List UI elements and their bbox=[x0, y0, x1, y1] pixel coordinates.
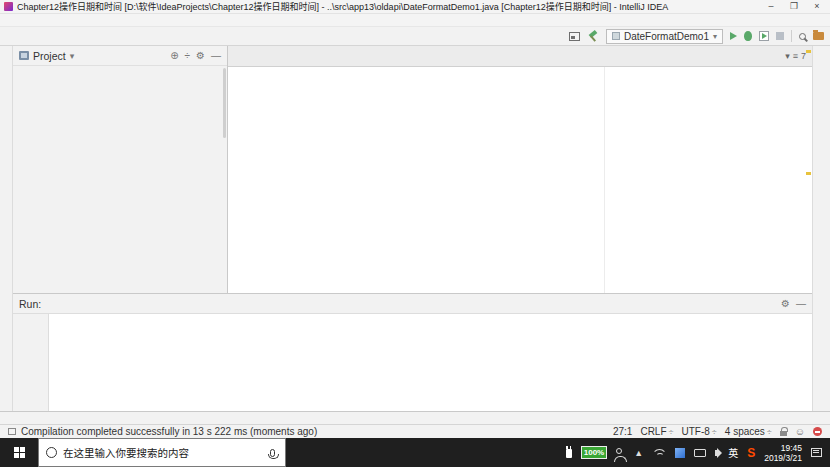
right-tool-stripe bbox=[812, 46, 830, 411]
toolwindow-toggle-icon[interactable] bbox=[569, 32, 580, 41]
divider bbox=[791, 30, 792, 42]
warning-stripe-mark[interactable] bbox=[806, 50, 811, 53]
wifi-icon[interactable] bbox=[652, 448, 666, 457]
chevron-down-icon: ▾ bbox=[785, 51, 790, 61]
hide-panel-icon[interactable]: — bbox=[796, 298, 806, 309]
warning-stripe-mark[interactable] bbox=[806, 172, 811, 175]
caret-position[interactable]: 27:1 bbox=[613, 426, 632, 437]
hamburger-icon: ≡ bbox=[793, 51, 798, 61]
updown-icon: ÷ bbox=[767, 427, 772, 437]
run-panel-header: Run: ⚙ — bbox=[13, 294, 812, 314]
line-ending-select[interactable]: CRLF÷ bbox=[640, 426, 673, 437]
toolwindow-toggle-icon[interactable] bbox=[8, 428, 16, 435]
project-panel-title[interactable]: Project bbox=[33, 50, 66, 62]
indent-select[interactable]: 4 spaces÷ bbox=[725, 426, 772, 437]
stop-button-icon[interactable] bbox=[776, 32, 784, 40]
search-everywhere-icon[interactable] bbox=[799, 33, 806, 40]
editor-tab-bar: ▾ ≡ 7 bbox=[228, 46, 812, 67]
settings-gear-icon[interactable]: ⚙ bbox=[781, 298, 790, 309]
updown-icon: ÷ bbox=[669, 427, 674, 437]
system-tray: 100% ▲ 英 S 19:45 2019/3/21 bbox=[558, 438, 830, 467]
lock-icon[interactable] bbox=[780, 431, 787, 436]
encoding-select[interactable]: UTF-8÷ bbox=[682, 426, 717, 437]
speaker-icon[interactable] bbox=[715, 450, 719, 456]
run-console[interactable] bbox=[49, 314, 812, 411]
chevron-up-icon[interactable]: ▲ bbox=[634, 448, 643, 458]
hidden-tabs-dropdown[interactable]: ▾ ≡ 7 bbox=[779, 46, 812, 66]
security-cube-icon[interactable] bbox=[675, 448, 685, 458]
updown-icon: ÷ bbox=[712, 427, 717, 437]
taskbar-clock[interactable]: 19:45 2019/3/21 bbox=[764, 443, 802, 463]
close-button[interactable]: × bbox=[806, 0, 828, 13]
locate-file-icon[interactable]: ⊕ bbox=[170, 50, 178, 61]
project-tree bbox=[13, 66, 227, 293]
clock-date: 2019/3/21 bbox=[764, 453, 802, 463]
windows-taskbar: 在这里输入你要搜索的内容 100% ▲ 英 S 19:45 2019/3/21 bbox=[0, 438, 830, 467]
project-panel: Project ▾ ⊕ ÷ ⚙ — bbox=[13, 46, 228, 293]
microphone-icon[interactable] bbox=[270, 449, 275, 457]
toolbar-actions: DateFormatDemo1 ▾ bbox=[569, 29, 824, 44]
run-tool-window: Run: ⚙ — bbox=[13, 293, 812, 411]
project-scrollbar[interactable] bbox=[223, 68, 226, 138]
run-toolbar bbox=[13, 314, 49, 411]
idea-app-icon bbox=[4, 2, 13, 11]
hector-inspector-icon[interactable]: ☺ bbox=[795, 426, 805, 437]
maximize-button[interactable]: ❐ bbox=[783, 0, 805, 13]
run-config-label: DateFormatDemo1 bbox=[624, 31, 709, 42]
cortana-search-box[interactable]: 在这里输入你要搜索的内容 bbox=[38, 438, 286, 467]
run-config-icon bbox=[612, 32, 620, 40]
left-tool-stripe bbox=[0, 46, 13, 411]
run-panel-label: Run: bbox=[19, 298, 41, 310]
windows-logo-icon bbox=[14, 447, 25, 458]
tool-window-bar bbox=[0, 412, 830, 425]
search-placeholder: 在这里输入你要搜索的内容 bbox=[63, 445, 264, 460]
title-bar: Chapter12操作日期和时间 [D:\软件\IdeaProjects\Cha… bbox=[0, 0, 830, 14]
status-message: Compilation completed successfully in 13… bbox=[21, 426, 317, 437]
status-bar: Compilation completed successfully in 13… bbox=[0, 425, 830, 438]
run-configuration-select[interactable]: DateFormatDemo1 ▾ bbox=[606, 29, 723, 44]
start-button[interactable] bbox=[0, 438, 38, 467]
hide-panel-icon[interactable]: — bbox=[211, 50, 221, 61]
editor-area: ▾ ≡ 7 bbox=[228, 46, 812, 293]
minimize-button[interactable]: – bbox=[760, 0, 782, 13]
right-margin-guide bbox=[604, 67, 605, 293]
code-editor[interactable] bbox=[228, 67, 812, 293]
navigation-bar: DateFormatDemo1 ▾ bbox=[0, 27, 830, 46]
intellij-idea-window: Chapter12操作日期和时间 [D:\软件\IdeaProjects\Cha… bbox=[0, 0, 830, 467]
touch-keyboard-icon[interactable] bbox=[694, 449, 706, 457]
collapse-all-icon[interactable]: ÷ bbox=[185, 50, 191, 61]
chevron-down-icon[interactable]: ▾ bbox=[70, 51, 75, 61]
power-plug-icon[interactable] bbox=[566, 449, 572, 458]
menu-bar bbox=[0, 14, 830, 27]
user-person-icon[interactable] bbox=[616, 448, 622, 454]
chevron-down-icon: ▾ bbox=[713, 32, 717, 41]
run-with-coverage-icon[interactable] bbox=[759, 31, 769, 41]
settings-gear-icon[interactable]: ⚙ bbox=[196, 50, 205, 61]
project-panel-header: Project ▾ ⊕ ÷ ⚙ — bbox=[13, 46, 227, 66]
ime-language-indicator[interactable]: 英 bbox=[728, 445, 738, 460]
error-indicator-icon[interactable] bbox=[813, 427, 822, 436]
build-hammer-icon[interactable] bbox=[587, 30, 599, 42]
settings-folder-icon[interactable] bbox=[813, 32, 824, 40]
project-panel-title-group: Project ▾ bbox=[19, 50, 170, 62]
action-center-icon[interactable] bbox=[811, 448, 822, 457]
window-title: Chapter12操作日期和时间 [D:\软件\IdeaProjects\Cha… bbox=[17, 0, 760, 13]
project-view-icon bbox=[19, 51, 29, 60]
workspace: Project ▾ ⊕ ÷ ⚙ — bbox=[0, 46, 830, 412]
cortana-icon bbox=[46, 447, 57, 458]
battery-indicator[interactable]: 100% bbox=[581, 446, 607, 459]
sogou-input-icon[interactable]: S bbox=[747, 447, 755, 459]
clock-time: 19:45 bbox=[764, 443, 802, 453]
debug-button-icon[interactable] bbox=[744, 31, 752, 41]
run-button-icon[interactable] bbox=[730, 32, 737, 40]
